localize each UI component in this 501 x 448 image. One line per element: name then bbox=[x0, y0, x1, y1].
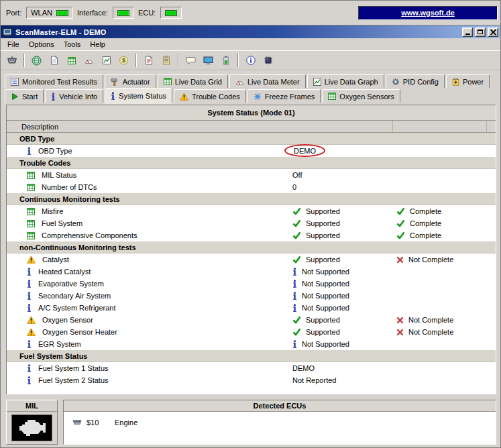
menu-bar: FileOptionsToolsHelp bbox=[1, 38, 500, 50]
table-row-fuel-system-2-status[interactable]: Fuel System 2 StatusNot Reported bbox=[7, 374, 496, 386]
table-row-a-c-system-refrigerant[interactable]: A/C System RefrigerantNot Supported bbox=[7, 302, 496, 314]
toolbar-globe-button[interactable] bbox=[28, 52, 45, 68]
row-status: Not Complete bbox=[408, 328, 453, 336]
section-header-fuel-system-status: Fuel System Status bbox=[7, 350, 496, 362]
tab-live-data-meter[interactable]: Live Data Meter bbox=[229, 74, 306, 88]
table-row-egr-system[interactable]: EGR SystemNot Supported bbox=[7, 338, 496, 350]
table-row-secondary-air-system[interactable]: Secondary Air SystemNot Supported bbox=[7, 290, 496, 302]
row-value: Not Supported bbox=[302, 304, 349, 312]
tab-vehicle-info[interactable]: Vehicle Info bbox=[45, 89, 103, 103]
info-icon bbox=[27, 340, 32, 348]
row-status: Not Complete bbox=[408, 256, 453, 264]
ecu-field bbox=[160, 7, 182, 19]
close-button[interactable] bbox=[488, 27, 498, 37]
column-header-4[interactable] bbox=[486, 121, 496, 132]
warning-icon bbox=[27, 328, 36, 336]
port-status-led bbox=[56, 10, 68, 16]
toolbar-battery-button[interactable] bbox=[217, 52, 234, 68]
grid-icon bbox=[27, 184, 35, 191]
maximize-button[interactable] bbox=[475, 27, 486, 37]
table-row-catalyst[interactable]: CatalystSupportedNot Complete bbox=[7, 254, 496, 266]
grid-icon bbox=[27, 208, 35, 215]
tab-monitored-test-results[interactable]: Monitored Test Results bbox=[5, 74, 103, 88]
info-icon bbox=[27, 147, 32, 155]
check-icon bbox=[292, 231, 301, 239]
toolbar-about-info-button[interactable] bbox=[242, 52, 259, 68]
cross-icon bbox=[396, 329, 404, 336]
tab-power[interactable]: Power bbox=[446, 74, 490, 88]
ecu-name: Engine bbox=[115, 418, 137, 427]
menu-file[interactable]: File bbox=[3, 39, 24, 50]
column-header-3[interactable] bbox=[392, 121, 486, 132]
toolbar-clipboard-button[interactable] bbox=[158, 52, 174, 68]
grid-icon bbox=[164, 78, 172, 85]
table-row-comprehensive-components[interactable]: Comprehensive ComponentsSupportedComplet… bbox=[7, 229, 496, 241]
graph-icon bbox=[103, 56, 111, 64]
table-row-fuel-system[interactable]: Fuel SystemSupportedComplete bbox=[7, 217, 496, 229]
tab-trouble-codes[interactable]: Trouble Codes bbox=[174, 89, 246, 103]
table-row-misfire[interactable]: MisfireSupportedComplete bbox=[7, 205, 496, 217]
cross-icon bbox=[396, 256, 404, 264]
menu-options[interactable]: Options bbox=[24, 39, 59, 50]
toolbar-document-button[interactable] bbox=[46, 52, 62, 68]
info-icon bbox=[111, 92, 115, 100]
table-row-number-of-dtcs[interactable]: Number of DTCs0 bbox=[7, 181, 496, 193]
table-row-obd-type[interactable]: OBD TypeDEMO bbox=[7, 145, 496, 157]
tab-label: Freeze Frames bbox=[265, 93, 315, 101]
ecu-plug-icon bbox=[72, 418, 82, 427]
detected-ecus-title: Detected ECUs bbox=[64, 400, 496, 412]
row-value: Not Reported bbox=[292, 376, 336, 384]
ecu-entry[interactable]: $10Engine bbox=[64, 412, 496, 427]
tab-live-data-grid[interactable]: Live Data Grid bbox=[158, 74, 228, 88]
table-row-heated-catalyst[interactable]: Heated CatalystNot Supported bbox=[7, 266, 496, 278]
row-value: DEMO bbox=[292, 147, 317, 155]
toolbar-chip-button[interactable] bbox=[260, 52, 276, 68]
section-header-trouble-codes: Trouble Codes bbox=[7, 157, 496, 169]
table-row-oxygen-sensor[interactable]: Oxygen SensorSupportedNot Complete bbox=[7, 314, 496, 326]
table-row-fuel-system-1-status[interactable]: Fuel System 1 StatusDEMO bbox=[7, 362, 496, 374]
column-header-description[interactable]: Description bbox=[7, 121, 290, 132]
toolbar-graph-button[interactable] bbox=[98, 52, 115, 68]
toolbar-grid-button[interactable] bbox=[63, 52, 80, 68]
row-label: EGR System bbox=[38, 340, 81, 348]
section-title: non-Continuous Monitoring tests bbox=[19, 243, 136, 251]
ecu-label: ECU: bbox=[138, 9, 156, 17]
tab-pid-config[interactable]: PID Config bbox=[386, 74, 445, 88]
toolbar-chat-button[interactable] bbox=[182, 52, 199, 68]
toolbar-report-button[interactable] bbox=[140, 52, 157, 68]
row-value: Not Supported bbox=[302, 340, 349, 348]
table-row-oxygen-sensor-heater[interactable]: Oxygen Sensor HeaterSupportedNot Complet… bbox=[7, 326, 496, 338]
column-header-2[interactable] bbox=[290, 121, 392, 132]
gear-icon bbox=[392, 78, 400, 86]
row-label: A/C System Refrigerant bbox=[38, 304, 116, 312]
tab-freeze-frames[interactable]: Freeze Frames bbox=[247, 89, 321, 103]
toolbar-obd-plug-button[interactable] bbox=[3, 52, 20, 68]
tab-start[interactable]: Start bbox=[5, 89, 44, 103]
window-icon[interactable] bbox=[3, 27, 12, 37]
tab-actuator[interactable]: Actuator bbox=[105, 74, 156, 88]
row-label: Oxygen Sensor bbox=[42, 316, 93, 324]
menu-help[interactable]: Help bbox=[85, 39, 110, 50]
tab-label: Live Data Grid bbox=[175, 78, 222, 86]
list-icon bbox=[11, 78, 19, 86]
toolbar-monitor-button[interactable] bbox=[200, 52, 217, 68]
toolbar-meter-button[interactable] bbox=[80, 52, 97, 68]
table-row-mil-status[interactable]: MIL StatusOff bbox=[7, 169, 496, 181]
row-status: Complete bbox=[410, 207, 441, 215]
tab-row-1: Monitored Test ResultsActuatorLive Data … bbox=[2, 73, 499, 88]
table-row-evaporative-system[interactable]: Evaporative SystemNot Supported bbox=[7, 278, 496, 290]
section-header-non-continuous-monitoring-tests: non-Continuous Monitoring tests bbox=[7, 241, 496, 254]
tab-system-status[interactable]: System Status bbox=[105, 88, 172, 103]
status-panel: System Status (Mode 01) Description OBD … bbox=[6, 105, 496, 394]
info-icon bbox=[27, 280, 32, 288]
minimize-button[interactable] bbox=[462, 27, 473, 37]
window-titlebar[interactable]: ScanMaster-ELM - DEMO bbox=[1, 25, 500, 38]
website-link[interactable]: www.wgsoft.de bbox=[358, 6, 498, 20]
tab-oxygen-sensors[interactable]: Oxygen Sensors bbox=[322, 89, 400, 103]
window-title: ScanMaster-ELM - DEMO bbox=[14, 28, 460, 36]
toolbar-separator bbox=[237, 54, 239, 67]
toolbar-dollar-button[interactable]: $ bbox=[115, 52, 132, 68]
menu-tools[interactable]: Tools bbox=[59, 39, 86, 50]
tab-label: Monitored Test Results bbox=[22, 78, 97, 86]
tab-live-data-graph[interactable]: Live Data Graph bbox=[307, 74, 384, 88]
